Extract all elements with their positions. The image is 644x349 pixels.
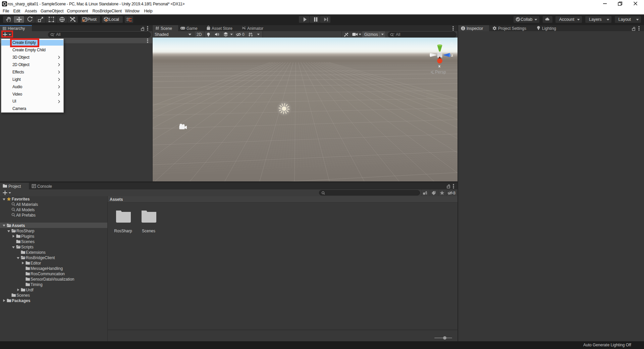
svg-text:z: z bbox=[451, 53, 453, 57]
svg-text:y: y bbox=[438, 40, 441, 44]
svg-text:x: x bbox=[438, 64, 441, 68]
svg-text:Persp: Persp bbox=[435, 70, 446, 74]
